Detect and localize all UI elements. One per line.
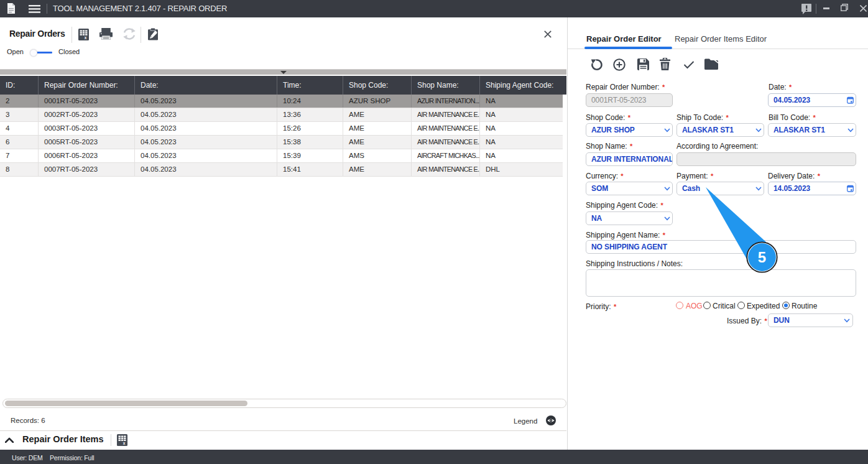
svg-text:5: 5 — [758, 249, 766, 266]
svg-text:x: x — [123, 441, 126, 445]
svg-text:x: x — [85, 35, 87, 40]
